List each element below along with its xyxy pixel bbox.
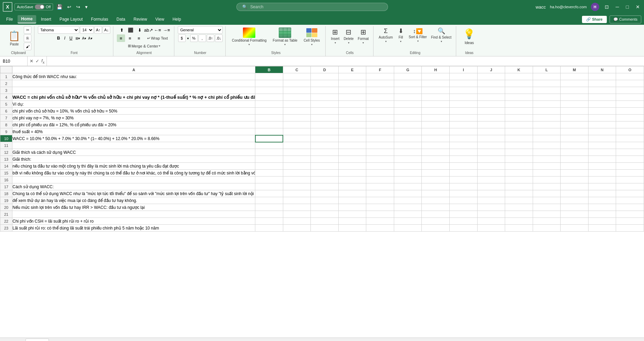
align-top-button[interactable]: ⬆ — [117, 26, 126, 34]
cell-C7[interactable] — [283, 115, 311, 121]
save-button[interactable]: 💾 — [55, 4, 64, 10]
cell-H9[interactable] — [422, 128, 450, 135]
align-bottom-button[interactable]: ⬇ — [135, 26, 144, 34]
format-painter-button[interactable]: 🖌 — [24, 43, 31, 50]
cell-I10[interactable] — [449, 135, 477, 142]
row-number-13[interactable]: 13 — [0, 156, 12, 163]
autosum-button[interactable]: Σ AutoSum ▾ — [377, 26, 395, 44]
undo-button[interactable]: ↩ — [66, 4, 73, 10]
ideas-button[interactable]: 💡 Ideas — [460, 26, 479, 47]
cell-C5[interactable] — [283, 101, 311, 108]
cell-F12[interactable] — [366, 149, 394, 156]
cell-D4[interactable] — [311, 94, 339, 101]
cell-J19[interactable] — [477, 197, 505, 204]
row-number-2[interactable]: 2 — [0, 80, 12, 87]
cell-D7[interactable] — [311, 115, 339, 121]
cell-A20[interactable]: Nếu mức sinh lợi trên vốn đầu tư hay IRR… — [12, 204, 255, 211]
cell-A9[interactable]: thuế suất = 40% — [12, 128, 255, 135]
cell-C6[interactable] — [283, 108, 311, 115]
cell-J3[interactable] — [477, 87, 505, 94]
cell-M16[interactable] — [561, 177, 589, 183]
cell-K3[interactable] — [505, 87, 533, 94]
cell-J15[interactable] — [477, 170, 505, 177]
cell-E7[interactable] — [338, 115, 366, 121]
cell-J6[interactable] — [477, 108, 505, 115]
cell-E21[interactable] — [338, 211, 366, 218]
cell-G7[interactable] — [394, 115, 422, 121]
cell-D18[interactable] — [311, 190, 339, 197]
cell-B6[interactable] — [255, 108, 283, 115]
cell-B5[interactable] — [255, 101, 283, 108]
cell-A22[interactable]: Chi phí vốn CSH = lãi suất phi rủi ro + … — [12, 218, 255, 225]
cell-C4[interactable] — [283, 94, 311, 101]
cell-A12[interactable]: Giải thích và cách sử dụng WACC — [12, 149, 255, 156]
cell-M19[interactable] — [561, 197, 589, 204]
cell-F3[interactable] — [366, 87, 394, 94]
cell-B15[interactable] — [255, 170, 283, 177]
cell-A1[interactable]: Công thức để tính WACC như sau: — [12, 73, 255, 80]
cell-N7[interactable] — [588, 115, 616, 121]
cell-E9[interactable] — [338, 128, 366, 135]
row-number-5[interactable]: 5 — [0, 101, 12, 108]
autosave-toggle[interactable] — [35, 4, 44, 9]
cell-A19[interactable]: để xem thử dự án hay là việc mua lại có … — [12, 197, 255, 204]
cell-B13[interactable] — [255, 156, 283, 163]
cell-K2[interactable] — [505, 80, 533, 87]
cell-F21[interactable] — [366, 211, 394, 218]
cell-A15[interactable]: bởi vì nếu không đầu tư vào công ty này … — [12, 170, 255, 177]
cell-L12[interactable] — [533, 149, 561, 156]
align-left-button[interactable]: ≡ — [117, 34, 125, 42]
cell-L19[interactable] — [533, 197, 561, 204]
cell-L15[interactable] — [533, 170, 561, 177]
cell-H12[interactable] — [422, 149, 450, 156]
cell-J22[interactable] — [477, 218, 505, 225]
cell-G8[interactable] — [394, 121, 422, 128]
cell-C1[interactable] — [283, 73, 311, 80]
cell-O21[interactable] — [616, 211, 644, 218]
cell-D8[interactable] — [311, 121, 339, 128]
cell-I13[interactable] — [449, 156, 477, 163]
cell-A23[interactable]: Lãi suất phi rủi ro: có thể dùng lãi suấ… — [12, 225, 255, 232]
cell-H5[interactable] — [422, 101, 450, 108]
cell-M22[interactable] — [561, 218, 589, 225]
cell-K19[interactable] — [505, 197, 533, 204]
cell-C10[interactable] — [283, 135, 311, 142]
cell-B16[interactable] — [255, 177, 283, 183]
row-number-1[interactable]: 1 — [0, 73, 12, 80]
insert-button[interactable]: ⊞ Insert ▾ — [329, 26, 341, 46]
cell-B21[interactable] — [255, 211, 283, 218]
cell-I3[interactable] — [449, 87, 477, 94]
cell-M9[interactable] — [561, 128, 589, 135]
col-header-f[interactable]: F — [366, 66, 394, 73]
cell-A5[interactable]: Ví dụ: — [12, 101, 255, 108]
cell-J16[interactable] — [477, 177, 505, 183]
cell-O16[interactable] — [616, 177, 644, 183]
indent-increase-button[interactable]: →≡ — [162, 26, 171, 34]
cell-E4[interactable] — [338, 94, 366, 101]
cell-G22[interactable] — [394, 218, 422, 225]
cell-O2[interactable] — [616, 80, 644, 87]
cell-B10[interactable] — [255, 135, 283, 142]
cell-G16[interactable] — [394, 177, 422, 183]
cell-M20[interactable] — [561, 204, 589, 211]
cell-F10[interactable] — [366, 135, 394, 142]
col-header-g[interactable]: G — [394, 66, 422, 73]
cell-M7[interactable] — [561, 115, 589, 121]
cell-K23[interactable] — [505, 225, 533, 232]
number-format-select[interactable]: General Number Currency Percentage Date — [178, 26, 223, 34]
cell-H2[interactable] — [422, 80, 450, 87]
cell-J21[interactable] — [477, 211, 505, 218]
cell-L17[interactable] — [533, 183, 561, 190]
cell-F16[interactable] — [366, 177, 394, 183]
increase-decimal-button[interactable]: .0↑ — [207, 34, 214, 42]
wrap-text-button[interactable]: ↵ Wrap Text — [144, 35, 171, 42]
cell-E12[interactable] — [338, 149, 366, 156]
sheet-nav-prev[interactable]: ◀ — [7, 340, 13, 341]
cell-D17[interactable] — [311, 183, 339, 190]
cell-I21[interactable] — [449, 211, 477, 218]
cell-K10[interactable] — [505, 135, 533, 142]
share-button[interactable]: 🔗 Share — [582, 16, 607, 23]
cell-H23[interactable] — [422, 225, 450, 232]
cell-A10[interactable]: WACC = 10.0% * 50.0% + 7.0% * 30.0% * (1… — [12, 135, 255, 142]
cell-G13[interactable] — [394, 156, 422, 163]
